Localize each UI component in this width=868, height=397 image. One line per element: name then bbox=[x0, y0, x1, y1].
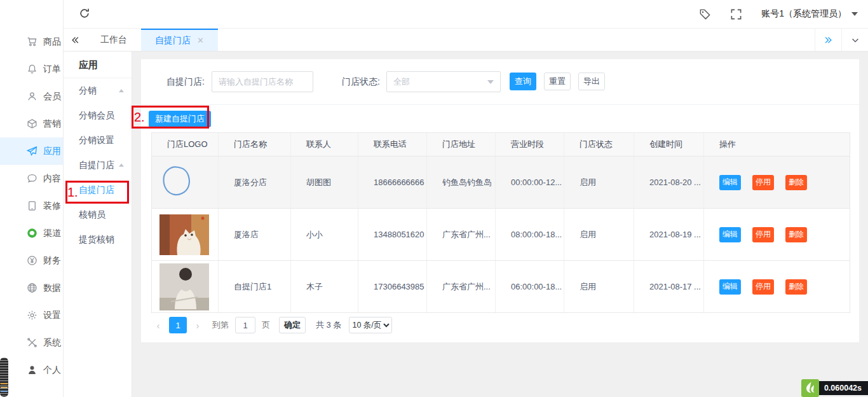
row-action-删除[interactable]: 删除 bbox=[785, 279, 807, 295]
cell-hours: 00:00:00-12... bbox=[496, 157, 564, 208]
submenu-item-分销会员[interactable]: 分销会员 bbox=[64, 103, 132, 128]
create-store-button[interactable]: 新建自提门店 bbox=[149, 111, 211, 127]
cell-hours: 08:00:00-18... bbox=[496, 209, 564, 260]
table-row: 厦洛店小小13488051620广东省广州...08:00:00-18...启用… bbox=[152, 209, 850, 261]
chevron-right-icon[interactable]: › bbox=[191, 320, 205, 331]
topbar: 账号1（系统管理员） bbox=[64, 0, 868, 29]
submenu-item-分销[interactable]: 分销 bbox=[64, 78, 132, 103]
store-status-select[interactable]: 全部 bbox=[386, 71, 501, 92]
chevron-down-icon[interactable] bbox=[841, 29, 868, 51]
sidebar-item-订单[interactable]: 订单 bbox=[0, 55, 63, 83]
tab-自提门店[interactable]: 自提门店✕ bbox=[141, 29, 218, 51]
submenu-header: 应用 bbox=[64, 52, 132, 78]
caret-up-icon bbox=[119, 89, 124, 92]
account-label: 账号1（系统管理员） bbox=[761, 8, 846, 20]
cell-address: 广东省广州... bbox=[427, 261, 496, 312]
tabbar: 工作台自提门店✕ bbox=[64, 29, 868, 52]
cell-contact: 小小 bbox=[291, 209, 358, 260]
double-chevron-left-icon[interactable] bbox=[64, 29, 86, 51]
chevron-left-icon[interactable]: ‹ bbox=[151, 320, 165, 331]
page-size-select[interactable]: 10 条/页 bbox=[349, 317, 392, 333]
app-root: 商品订单会员营销应用内容装修渠道财务数据设置系统个人 账号1（系统管理员） 工作… bbox=[0, 0, 868, 397]
yen-icon bbox=[27, 255, 37, 266]
trace-logo-icon[interactable] bbox=[801, 379, 819, 397]
submenu-item-提货核销[interactable]: 提货核销 bbox=[64, 227, 132, 252]
sidebar-item-label: 渠道 bbox=[43, 228, 61, 239]
sidebar-item-内容[interactable]: 内容 bbox=[0, 165, 63, 192]
column-header: 门店名称 bbox=[219, 133, 291, 156]
sidebar-item-财务[interactable]: 财务 bbox=[0, 247, 63, 274]
reset-button[interactable]: 重置 bbox=[544, 73, 571, 90]
refresh-icon[interactable] bbox=[79, 8, 92, 20]
sidebar-item-个人[interactable]: 个人 bbox=[0, 356, 63, 384]
sidebar-item-label: 财务 bbox=[43, 255, 61, 267]
column-header: 门店LOGO bbox=[152, 133, 219, 156]
sidebar-item-营销[interactable]: 营销 bbox=[0, 110, 63, 137]
sidebar-item-系统[interactable]: 系统 bbox=[0, 329, 63, 356]
sidebar-item-会员[interactable]: 会员 bbox=[0, 83, 63, 110]
sidebar-item-应用[interactable]: 应用 bbox=[0, 137, 63, 165]
tab-工作台[interactable]: 工作台 bbox=[86, 29, 141, 51]
submenu-item-自提门店-active[interactable]: 自提门店 bbox=[64, 178, 132, 202]
row-action-停用[interactable]: 停用 bbox=[752, 279, 774, 295]
fullscreen-icon[interactable] bbox=[730, 8, 742, 20]
submenu-item-label: 分销设置 bbox=[79, 135, 124, 146]
cat-photo-logo bbox=[152, 209, 219, 260]
column-header: 联系人 bbox=[291, 133, 358, 156]
tab-label: 工作台 bbox=[100, 34, 127, 46]
table-header-row: 门店LOGO门店名称联系人联系电话门店地址营业时段门店状态创建时间操作 bbox=[152, 133, 850, 157]
tag-icon[interactable] bbox=[699, 8, 711, 20]
stripe-orange bbox=[1, 383, 8, 384]
column-header: 创建时间 bbox=[634, 133, 704, 156]
row-action-停用[interactable]: 停用 bbox=[752, 175, 774, 190]
tabs: 工作台自提门店✕ bbox=[86, 29, 218, 51]
cell-phone: 13488051620 bbox=[358, 209, 427, 260]
scroll-handle-widget[interactable] bbox=[0, 358, 8, 397]
wechat-icon bbox=[27, 228, 37, 239]
sidebar-item-label: 设置 bbox=[43, 310, 61, 321]
row-action-停用[interactable]: 停用 bbox=[752, 227, 774, 242]
submenu-item-label: 自提门店 bbox=[79, 160, 119, 171]
confirm-button[interactable]: 确定 bbox=[279, 317, 306, 333]
sidebar-item-渠道[interactable]: 渠道 bbox=[0, 219, 63, 247]
store-name-input[interactable] bbox=[212, 71, 313, 92]
column-header: 操作 bbox=[704, 133, 850, 156]
cell-phone: 17306643985 bbox=[358, 261, 427, 312]
row-action-删除[interactable]: 删除 bbox=[785, 227, 807, 242]
page-number-button[interactable]: 1 bbox=[169, 317, 187, 333]
gear-icon bbox=[27, 310, 37, 321]
sidebar-item-label: 应用 bbox=[43, 146, 61, 157]
sidebar-item-数据[interactable]: 数据 bbox=[0, 274, 63, 302]
sidebar-item-商品[interactable]: 商品 bbox=[0, 28, 63, 55]
close-icon[interactable]: ✕ bbox=[197, 36, 204, 45]
submenu-item-自提门店[interactable]: 自提门店 bbox=[64, 153, 132, 178]
cell-created: 2021-08-19 ... bbox=[634, 209, 704, 260]
goto-page-input[interactable] bbox=[235, 317, 255, 333]
sidebar-item-设置[interactable]: 设置 bbox=[0, 302, 63, 329]
query-button[interactable]: 查询 bbox=[510, 73, 536, 90]
sidebar-item-装修[interactable]: 装修 bbox=[0, 192, 63, 219]
trace-bar: 0.060042s bbox=[801, 379, 868, 397]
submenu-item-分销设置[interactable]: 分销设置 bbox=[64, 128, 132, 153]
cell-address: 广东省广州... bbox=[427, 209, 496, 260]
row-action-删除[interactable]: 删除 bbox=[785, 175, 807, 190]
export-button[interactable]: 导出 bbox=[578, 73, 605, 90]
store-status-label: 门店状态: bbox=[342, 59, 380, 105]
bell-icon bbox=[27, 64, 37, 74]
search-section: 自提门店: 门店状态: 全部 查询 重置 导出 bbox=[141, 59, 859, 105]
submenu-item-label: 核销员 bbox=[79, 209, 124, 221]
row-action-编辑[interactable]: 编辑 bbox=[719, 227, 741, 242]
row-action-编辑[interactable]: 编辑 bbox=[719, 279, 741, 295]
sidebar-item-label: 营销 bbox=[43, 118, 61, 130]
select-caret-icon bbox=[487, 80, 494, 84]
sidebar-item-label: 装修 bbox=[43, 200, 61, 212]
sidebar-item-label: 个人 bbox=[43, 365, 61, 376]
account-menu[interactable]: 账号1（系统管理员） bbox=[761, 8, 858, 20]
submenu-item-核销员[interactable]: 核销员 bbox=[64, 202, 132, 227]
goto-label: 到第 bbox=[212, 319, 229, 331]
cell-hours: 06:00:00-18... bbox=[496, 261, 564, 312]
row-action-编辑[interactable]: 编辑 bbox=[719, 175, 741, 190]
tools-icon bbox=[27, 337, 37, 348]
double-chevron-right-icon[interactable] bbox=[815, 29, 841, 51]
cell-contact: 木子 bbox=[291, 261, 358, 312]
